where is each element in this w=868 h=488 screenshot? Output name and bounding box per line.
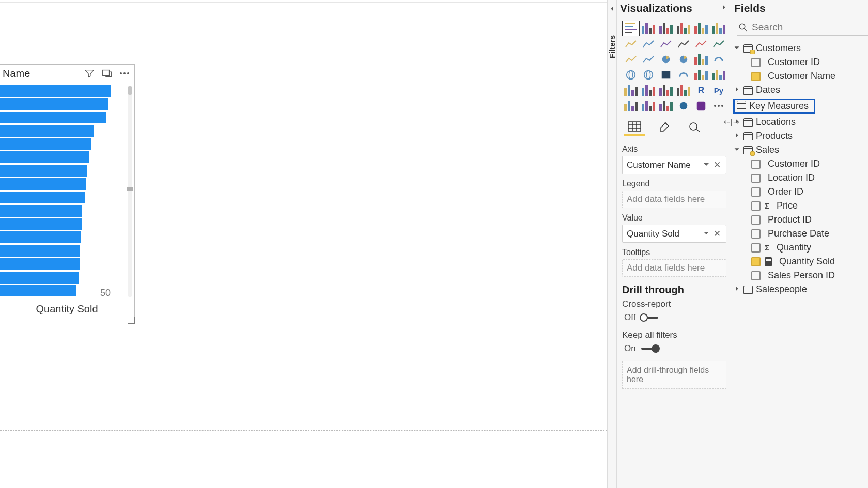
collapse-viz-icon[interactable]: [720, 4, 727, 13]
fields-search-input[interactable]: [752, 22, 868, 33]
drillthrough-drop[interactable]: Add drill-through fields here: [622, 361, 726, 389]
bar[interactable]: [0, 178, 86, 190]
field-sales-person-id[interactable]: Sales Person ID: [733, 269, 868, 282]
bar[interactable]: [0, 151, 89, 163]
table-customers[interactable]: Customers: [733, 41, 868, 55]
analytics-tab[interactable]: [685, 119, 704, 134]
keep-filters-toggle[interactable]: [641, 348, 659, 350]
viz-bar-stack-v[interactable]: [657, 21, 675, 36]
fields-search[interactable]: [737, 20, 868, 36]
viz-bar-v[interactable]: [640, 21, 657, 36]
resize-grip[interactable]: [126, 314, 135, 324]
bar[interactable]: [0, 125, 94, 137]
viz-line[interactable]: [622, 36, 640, 52]
bar[interactable]: [0, 112, 106, 123]
bar[interactable]: [0, 98, 109, 110]
chevron-down-icon[interactable]: [702, 160, 710, 170]
filters-rail[interactable]: Filters: [608, 0, 617, 488]
field-checkbox[interactable]: [751, 215, 761, 225]
viz-tree[interactable]: [692, 52, 710, 67]
field-location-id[interactable]: Location ID: [733, 171, 868, 185]
bar[interactable]: [0, 138, 91, 150]
bar[interactable]: [0, 192, 85, 203]
chevron-down-icon[interactable]: [733, 43, 740, 54]
scrollbar-thumb[interactable]: [128, 86, 132, 95]
viz-bar-stack-h[interactable]: [692, 21, 710, 36]
field-checkbox[interactable]: [751, 160, 761, 169]
table-locations[interactable]: Locations: [733, 115, 868, 129]
chevron-right-icon[interactable]: [733, 131, 740, 141]
bar[interactable]: [0, 245, 80, 257]
viz-bar-group-v[interactable]: [675, 21, 692, 36]
field-order-id[interactable]: Order ID: [733, 185, 868, 199]
viz-paginated[interactable]: [675, 98, 692, 114]
viz-r[interactable]: R: [692, 83, 710, 98]
bar[interactable]: [0, 258, 80, 270]
fields-tab[interactable]: [625, 119, 644, 134]
field-checkbox[interactable]: [751, 229, 761, 239]
viz-qna[interactable]: [657, 98, 675, 114]
viz-globe[interactable]: [622, 67, 640, 83]
viz-powerapps[interactable]: [692, 98, 710, 114]
viz-gauge2[interactable]: [675, 67, 692, 83]
bar[interactable]: [0, 272, 79, 284]
viz-kpi[interactable]: [710, 67, 727, 83]
viz-card[interactable]: [692, 67, 710, 83]
field-checkbox[interactable]: [751, 72, 761, 81]
viz-py[interactable]: Py: [710, 83, 727, 98]
field-checkbox[interactable]: [751, 201, 761, 211]
viz-bar-group-h[interactable]: [710, 21, 727, 36]
field-purchase-date[interactable]: Purchase Date: [733, 227, 868, 241]
focus-mode-icon[interactable]: [100, 67, 114, 80]
table-products[interactable]: Products: [733, 129, 868, 143]
bar[interactable]: [0, 285, 76, 296]
viz-multi-card[interactable]: [622, 83, 640, 98]
bar-chart-visual[interactable]: Name 50 Quantity Sold: [0, 64, 135, 323]
bar[interactable]: [0, 165, 87, 177]
table-key-measures[interactable]: Key Measures⋯: [733, 97, 868, 115]
viz-gauge[interactable]: [710, 52, 727, 67]
scrollbar[interactable]: [128, 86, 132, 297]
field-checkbox[interactable]: [751, 257, 761, 266]
viz-choropleth[interactable]: [657, 67, 675, 83]
legend-well[interactable]: Add data fields here: [622, 191, 726, 208]
viz-scatter[interactable]: [640, 52, 657, 67]
field-product-id[interactable]: Product ID: [733, 213, 868, 227]
chevron-down-icon[interactable]: [702, 229, 710, 239]
viz-combo2[interactable]: [692, 36, 710, 52]
format-tab[interactable]: [655, 119, 674, 134]
viz-area[interactable]: [640, 36, 657, 52]
remove-value-field[interactable]: ✕: [712, 228, 722, 239]
report-canvas[interactable]: Name 50 Quantity Sold: [0, 0, 607, 488]
field-customer-id[interactable]: Customer ID: [733, 157, 868, 171]
field-quantity[interactable]: ΣQuantity: [733, 241, 868, 255]
bar[interactable]: [0, 85, 111, 97]
viz-waterfall[interactable]: [622, 52, 640, 67]
bar[interactable]: [0, 205, 82, 217]
viz-matrix[interactable]: [675, 83, 692, 98]
field-checkbox[interactable]: [751, 58, 761, 67]
cross-report-toggle[interactable]: [641, 317, 658, 319]
value-well[interactable]: Quantity Sold ✕: [622, 225, 726, 243]
chevron-right-icon[interactable]: [733, 85, 740, 96]
viz-combo[interactable]: [675, 36, 692, 52]
table-sales[interactable]: Sales: [733, 143, 868, 157]
chevron-right-icon[interactable]: [733, 284, 740, 295]
viz-decomp[interactable]: [640, 98, 657, 114]
viz-area-stack[interactable]: [657, 36, 675, 52]
remove-axis-field[interactable]: ✕: [712, 160, 722, 170]
viz-table[interactable]: [657, 83, 675, 98]
filter-icon[interactable]: [83, 67, 96, 80]
table-dates[interactable]: Dates: [733, 83, 868, 97]
axis-well[interactable]: Customer Name ✕: [622, 156, 726, 174]
chevron-down-icon[interactable]: [733, 145, 740, 155]
viz-ribbon[interactable]: [710, 36, 727, 52]
viz-pie[interactable]: [657, 52, 675, 67]
field-price[interactable]: ΣPrice: [733, 199, 868, 213]
field-quantity-sold[interactable]: Quantity Sold: [733, 255, 868, 269]
viz-donut[interactable]: [675, 52, 692, 67]
table-salespeople[interactable]: Salespeople: [733, 282, 868, 296]
viz-more[interactable]: [710, 98, 727, 114]
viz-key-influencers[interactable]: [622, 98, 640, 114]
field-checkbox[interactable]: [751, 243, 761, 253]
